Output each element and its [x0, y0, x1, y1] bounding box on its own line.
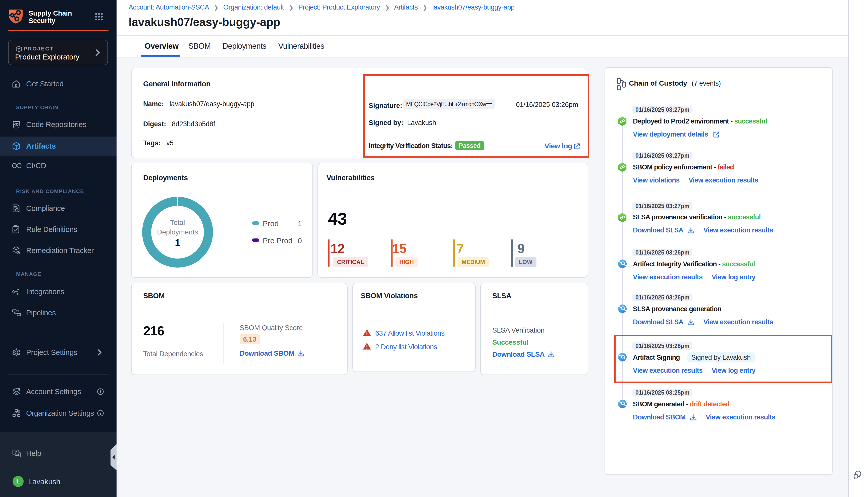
svg-text:?: ? — [15, 450, 17, 455]
